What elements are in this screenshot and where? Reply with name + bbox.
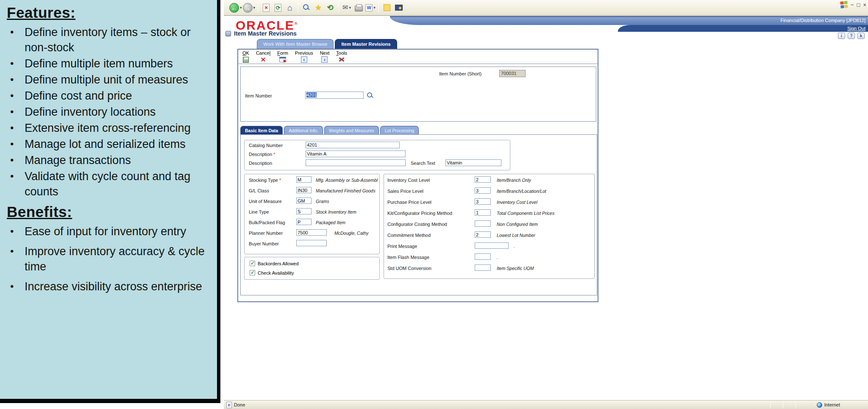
gl-class-label: G/L Class [249,188,269,193]
item-attributes-groupbox: Stocking Type* M Mfg. Assembly or Sub-As… [244,174,380,254]
environment-label: Financial/Distribution Company [JPD812] [780,18,865,23]
tab-work-with-item-master-browse[interactable]: Work With Item Master Browse [257,39,334,49]
planner-number-input[interactable]: 7500 [296,229,327,236]
tab-lot-processing[interactable]: Lot Processing [380,126,419,134]
description-label: Description* [249,152,275,157]
print-button[interactable] [353,2,364,14]
sub-tabs: Basic Item Data Additional Info. Weights… [240,126,420,134]
item-lookup-icon[interactable] [367,92,373,98]
std-uom-conversion-label: Std UOM Conversion [387,266,431,271]
description-input[interactable]: Vitamin A [306,150,406,157]
window-controls: − □ × [840,1,866,8]
history-button[interactable]: ⟲ [325,2,336,14]
buyer-number-input[interactable] [296,240,327,246]
description2-input[interactable] [306,159,406,166]
catalog-number-input[interactable]: 4201 [306,142,400,148]
commitment-method-input[interactable]: 2 [475,231,491,238]
tools-button[interactable]: Tools [336,50,347,63]
gl-class-input[interactable]: IN30 [296,187,312,193]
cancel-button[interactable]: Cancel ✕ [256,50,270,63]
unit-of-measure-label: Unit of Measure [249,199,282,204]
page-title-row: Item Master Revisions [225,30,297,37]
print-message-input[interactable] [475,242,509,249]
field-description: . [497,255,498,260]
next-button[interactable]: Next › [320,50,330,63]
buyer-number-label: Buyer Number [249,241,279,246]
favorites-button[interactable]: ★ [313,2,324,14]
toolbar-divider [258,3,258,13]
cancel-x-icon: ✕ [261,56,266,63]
registered-mark: ® [295,22,298,26]
sales-price-level-label: Sales Price Level [387,189,423,194]
list-item: Ease of input for inventory entry [6,224,209,239]
kit-configurator-pricing-method-input[interactable]: 1 [475,209,491,216]
minimize-button[interactable]: − [851,2,854,8]
field-description: Non Configured Item [497,222,538,227]
tab-weights-and-measures[interactable]: Weights and Measures [324,126,379,134]
item-header-box: Item Number (Short) 700031 Item Number 4… [240,67,596,122]
line-type-input[interactable]: S [296,208,312,214]
unit-of-measure-input[interactable]: GM [296,198,312,204]
restore-button[interactable]: □ [857,2,860,8]
catalog-groupbox: Catalog Number 4201 Description* Vitamin… [244,140,510,170]
list-item: Improve inventory accuracy & cycle time [6,244,209,274]
form-menu-button[interactable]: Form [277,50,288,63]
refresh-button[interactable]: ⟳ [273,2,284,14]
back-icon: ← [229,3,239,13]
tab-additional-info[interactable]: Additional Info. [284,126,323,134]
purchase-price-level-label: Purchase Price Level [387,200,431,205]
checkbox-label: Check Availability [258,270,294,275]
forward-button[interactable]: →▾ [243,2,256,14]
notes-button[interactable] [381,2,392,14]
backorders-allowed-checkbox[interactable] [250,261,255,266]
sales-price-level-input[interactable]: 3 [475,187,491,194]
chevron-down-icon: ▾ [349,6,351,10]
item-flash-message-input[interactable] [475,253,491,260]
help-icon[interactable]: ? [848,33,855,39]
header-band-dark [618,25,868,32]
item-number-input[interactable]: 4201 [305,92,364,99]
field-description: . [514,244,515,249]
basic-item-data-panel: Catalog Number 4201 Description* Vitamin… [240,134,597,295]
inventory-cost-level-input[interactable]: 2 [475,176,491,183]
configurator-costing-method-label: Configurator Costing Method [387,222,447,227]
field-description: Total Components List Prices [497,211,554,216]
forward-icon: → [243,3,253,13]
search-button[interactable] [301,2,312,14]
bulk-packed-flag-input[interactable]: P [296,219,312,225]
windows-logo-icon [840,1,848,8]
description2-label: Description [249,161,272,166]
sign-out-link[interactable]: Sign Out [847,26,865,31]
field-description: McDougle, Cathy [334,231,369,236]
previous-button[interactable]: Previous ‹ [295,50,313,63]
item-number-short-label: Item Number (Short) [439,71,481,76]
tab-item-master-revisions[interactable]: Item Master Revisions [335,39,397,49]
browser-toolbar: ←▾ →▾ ✕ ⟳ ⌂ ★ ⟲ ✉▾ W▾ − □ × [224,0,868,16]
save-icon [243,57,249,63]
close-button[interactable]: × [863,2,866,8]
search-text-input[interactable]: Vitamin [445,159,501,166]
configurator-costing-method-input[interactable] [475,220,491,227]
info-icon[interactable]: i [838,33,845,39]
zone-label: Internet [824,402,840,407]
ok-button[interactable]: OK [242,50,249,63]
check-availability-checkbox[interactable] [250,270,255,275]
whats-this-icon[interactable]: k [857,33,865,39]
purchase-price-level-input[interactable]: 3 [475,198,491,205]
stop-button[interactable]: ✕ [261,2,272,14]
std-uom-conversion-input[interactable] [475,264,491,271]
next-arrow-icon: › [321,56,328,63]
kit-configurator-pricing-method-label: Kit/Configurator Pricing Method [387,211,452,216]
mail-button[interactable]: ✉▾ [341,2,352,14]
home-button[interactable]: ⌂ [284,2,295,14]
media-button[interactable] [393,2,404,14]
edit-with-word-button[interactable]: W▾ [365,2,376,14]
list-item: Manage lot and serialized items [6,136,209,152]
list-item: Increase visibility across enterprise [6,279,209,294]
inventory-cost-level-label: Inventory Cost Level [387,178,430,183]
item-flash-message-label: Item Flash Message [387,255,429,260]
field-description: Item Specific UOM [497,266,534,271]
stocking-type-input[interactable]: M [296,176,312,183]
tab-basic-item-data[interactable]: Basic Item Data [240,126,283,134]
back-button[interactable]: ←▾ [229,2,242,14]
